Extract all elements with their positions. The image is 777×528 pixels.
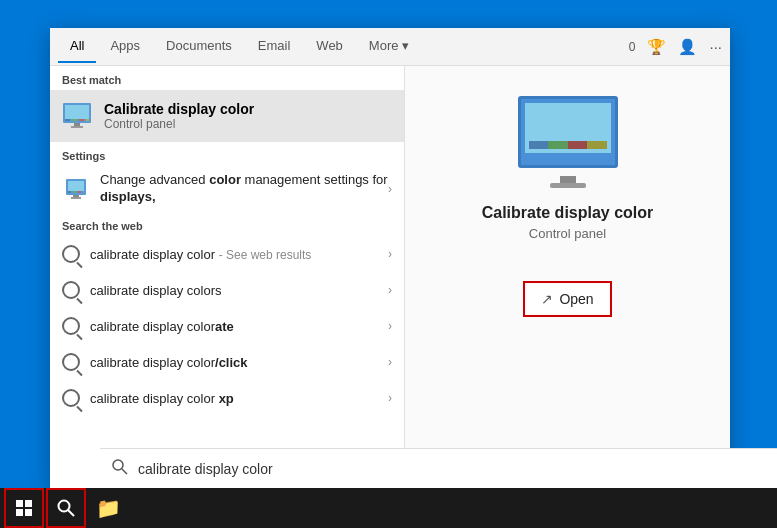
svg-line-16 bbox=[122, 469, 127, 474]
web-search-icon-4 bbox=[62, 353, 80, 371]
windows-logo-icon bbox=[16, 500, 32, 516]
settings-label: Settings bbox=[50, 142, 404, 166]
web-item-2[interactable]: calibrate display colors › bbox=[50, 272, 404, 308]
web-item-1[interactable]: calibrate display color - See web result… bbox=[50, 236, 404, 272]
open-button-highlight: ↗ Open bbox=[523, 281, 611, 317]
svg-line-18 bbox=[68, 510, 74, 516]
search-input[interactable] bbox=[138, 461, 768, 477]
tab-apps[interactable]: Apps bbox=[98, 30, 152, 63]
web-chevron-3: › bbox=[388, 319, 392, 333]
tab-badge: 0 bbox=[629, 40, 636, 54]
best-match-item[interactable]: Calibrate display color Control panel bbox=[50, 90, 404, 142]
web-search-icon-1 bbox=[62, 245, 80, 263]
svg-rect-12 bbox=[78, 191, 81, 193]
content-area: Best match Calibrate display c bbox=[50, 66, 730, 488]
web-text-3: calibrate display colorate bbox=[90, 319, 388, 334]
settings-text: Change advanced color management setting… bbox=[100, 172, 388, 206]
web-chevron-2: › bbox=[388, 283, 392, 297]
taskbar-search-icon bbox=[57, 499, 75, 517]
best-match-title: Calibrate display color bbox=[104, 101, 392, 117]
svg-rect-10 bbox=[68, 191, 71, 193]
web-search-icon-3 bbox=[62, 317, 80, 335]
best-match-label: Best match bbox=[50, 66, 404, 90]
open-button-label: Open bbox=[559, 291, 593, 307]
left-panel: Best match Calibrate display c bbox=[50, 66, 405, 488]
svg-rect-14 bbox=[71, 197, 81, 199]
monitor-illustration bbox=[518, 96, 618, 176]
right-panel: Calibrate display color Control panel ↗ … bbox=[405, 66, 730, 488]
settings-icon bbox=[62, 175, 90, 203]
search-bar bbox=[100, 448, 777, 488]
web-item-3[interactable]: calibrate display colorate › bbox=[50, 308, 404, 344]
taskbar: 📁 bbox=[0, 488, 777, 528]
web-chevron-5: › bbox=[388, 391, 392, 405]
settings-item[interactable]: Change advanced color management setting… bbox=[50, 166, 404, 212]
settings-chevron-icon: › bbox=[388, 182, 392, 196]
right-title-area: Calibrate display color Control panel bbox=[482, 204, 654, 265]
svg-rect-5 bbox=[86, 119, 89, 121]
svg-rect-3 bbox=[72, 119, 77, 121]
svg-rect-1 bbox=[65, 105, 89, 119]
svg-rect-4 bbox=[79, 119, 84, 121]
svg-rect-11 bbox=[73, 191, 76, 193]
web-chevron-1: › bbox=[388, 247, 392, 261]
right-app-subtitle: Control panel bbox=[482, 226, 654, 241]
windows-start-button[interactable] bbox=[4, 488, 44, 528]
more-icon[interactable]: ··· bbox=[709, 38, 722, 55]
search-panel: All Apps Documents Email Web More ▾ 0 🏆 … bbox=[50, 28, 730, 488]
web-item-4[interactable]: calibrate display color/click › bbox=[50, 344, 404, 380]
web-text-4: calibrate display color/click bbox=[90, 355, 388, 370]
svg-rect-9 bbox=[68, 181, 84, 191]
tab-email[interactable]: Email bbox=[246, 30, 303, 63]
web-chevron-4: › bbox=[388, 355, 392, 369]
taskbar-explorer-button[interactable]: 📁 bbox=[88, 488, 128, 528]
web-search-icon-2 bbox=[62, 281, 80, 299]
web-item-5[interactable]: calibrate display color xp › bbox=[50, 380, 404, 416]
tab-all[interactable]: All bbox=[58, 30, 96, 63]
open-button-container: ↗ Open bbox=[523, 281, 611, 333]
svg-rect-13 bbox=[73, 195, 79, 197]
tab-documents[interactable]: Documents bbox=[154, 30, 244, 63]
best-match-icon bbox=[62, 100, 94, 132]
open-button-icon: ↗ bbox=[541, 291, 553, 307]
best-match-subtitle: Control panel bbox=[104, 117, 392, 131]
web-search-label: Search the web bbox=[50, 212, 404, 236]
tab-bar: All Apps Documents Email Web More ▾ 0 🏆 … bbox=[50, 28, 730, 66]
trophy-icon[interactable]: 🏆 bbox=[647, 38, 666, 56]
tab-web[interactable]: Web bbox=[304, 30, 355, 63]
web-text-5: calibrate display color xp bbox=[90, 391, 388, 406]
svg-rect-6 bbox=[74, 123, 80, 126]
search-bar-icon bbox=[112, 459, 128, 479]
svg-point-15 bbox=[113, 460, 123, 470]
svg-rect-7 bbox=[71, 126, 83, 128]
taskbar-search-button[interactable] bbox=[46, 488, 86, 528]
best-match-text: Calibrate display color Control panel bbox=[104, 101, 392, 131]
tab-right-icons: 0 🏆 👤 ··· bbox=[629, 38, 722, 56]
web-search-icon-5 bbox=[62, 389, 80, 407]
account-icon[interactable]: 👤 bbox=[678, 38, 697, 56]
open-button[interactable]: ↗ Open bbox=[527, 285, 607, 313]
web-text-2: calibrate display colors bbox=[90, 283, 388, 298]
svg-rect-2 bbox=[65, 119, 70, 121]
web-text-1: calibrate display color - See web result… bbox=[90, 247, 388, 262]
right-app-title: Calibrate display color bbox=[482, 204, 654, 222]
tab-more[interactable]: More ▾ bbox=[357, 30, 421, 63]
svg-point-17 bbox=[59, 501, 70, 512]
folder-icon: 📁 bbox=[96, 496, 121, 520]
